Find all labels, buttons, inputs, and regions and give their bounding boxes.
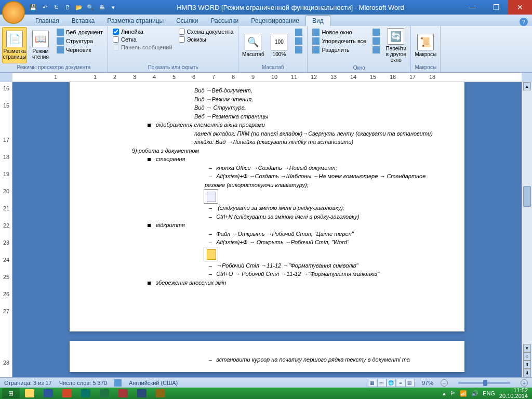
undo-icon[interactable]: ↶ bbox=[39, 2, 50, 12]
excel-icon bbox=[100, 389, 109, 397]
tab-layout[interactable]: Разметка страницы bbox=[101, 16, 170, 26]
zoom-out-button[interactable]: − bbox=[441, 379, 448, 387]
draft-button[interactable]: Черновик bbox=[55, 46, 104, 54]
zoom-in-button[interactable]: + bbox=[521, 379, 528, 387]
reading-mode-button[interactable]: 📖 Режим чтения bbox=[28, 27, 53, 63]
window-controls: — ❐ ✕ bbox=[460, 0, 532, 15]
taskbar-powerpoint[interactable] bbox=[58, 388, 76, 398]
new-icon[interactable]: 🗋 bbox=[62, 2, 73, 12]
prev-page-icon[interactable]: ⬆ bbox=[523, 361, 531, 369]
tray-up-icon[interactable]: ▴ bbox=[443, 390, 446, 397]
status-page[interactable]: Страница: 3 из 17 bbox=[4, 380, 52, 386]
status-words[interactable]: Число слов: 5 370 bbox=[59, 380, 107, 386]
scroll-thumb[interactable] bbox=[523, 186, 531, 207]
view-web-icon[interactable]: 🌐 bbox=[387, 379, 396, 387]
one-page-button[interactable] bbox=[294, 28, 304, 36]
office-button[interactable] bbox=[2, 1, 25, 24]
close-button[interactable]: ✕ bbox=[508, 0, 532, 15]
docmap-checkbox[interactable]: Схема документа bbox=[177, 28, 235, 35]
tab-review[interactable]: Рецензирование bbox=[245, 16, 305, 26]
tab-insert[interactable]: Вставка bbox=[65, 16, 101, 26]
taskbar-kmp[interactable] bbox=[133, 388, 151, 398]
taskbar-explorer[interactable] bbox=[21, 388, 38, 398]
doc-text: відкриття bbox=[148, 221, 433, 230]
status-language[interactable]: Английский (США) bbox=[129, 380, 178, 386]
maximize-button[interactable]: ❐ bbox=[484, 0, 508, 15]
outline-icon bbox=[57, 37, 64, 45]
window-title: НМПЗ WORD [Режим ограниченной функционал… bbox=[121, 4, 460, 11]
tab-mailings[interactable]: Рассылки bbox=[204, 16, 245, 26]
taskbar-app[interactable] bbox=[152, 388, 169, 398]
horizontal-ruler[interactable]: 1123456789101112131415161718 bbox=[12, 73, 522, 82]
powerpoint-icon bbox=[62, 389, 72, 397]
print-layout-button[interactable]: 📄 Разметка страницы bbox=[2, 27, 27, 63]
doc-text: –кнопка Office →Создать →Новый документ; bbox=[205, 164, 433, 172]
tray-lang[interactable]: ENG bbox=[483, 390, 495, 396]
split-button[interactable]: Разделить bbox=[311, 46, 368, 54]
doc-text: –Alt(зліва)+Ф → Открыть →Робочий Стіл, "… bbox=[205, 238, 433, 247]
tab-home[interactable]: Главная bbox=[29, 16, 65, 26]
reset-icon bbox=[373, 46, 380, 54]
vertical-ruler[interactable]: 1615171819202122232425262728 bbox=[0, 82, 12, 377]
ruler-checkbox[interactable]: Линейка bbox=[111, 28, 174, 35]
taskbar-word[interactable] bbox=[39, 388, 57, 398]
minimize-button[interactable]: — bbox=[460, 0, 484, 15]
web-layout-button[interactable]: Веб-документ bbox=[55, 28, 104, 36]
tab-view[interactable]: Вид bbox=[305, 15, 330, 26]
new-window-button[interactable]: Новое окно bbox=[311, 28, 368, 36]
scroll-up-icon[interactable]: ▴ bbox=[523, 82, 531, 90]
taskbar-publisher[interactable] bbox=[77, 388, 95, 398]
tab-references[interactable]: Ссылки bbox=[170, 16, 204, 26]
arrange-all-button[interactable]: Упорядочить все bbox=[311, 37, 368, 45]
zoom-level[interactable]: 97% bbox=[422, 380, 433, 386]
document-page-next[interactable]: –встановити курсор на початку першого ря… bbox=[70, 341, 464, 372]
page-width-button[interactable] bbox=[294, 46, 304, 54]
sync-scroll-button[interactable] bbox=[371, 37, 381, 45]
zoom-100-button[interactable]: 100 100% bbox=[267, 27, 291, 63]
page-container[interactable]: Вид →Веб-документ, Вид →Режим чтения, Ви… bbox=[12, 82, 522, 377]
doc-text: Вид → Структура, bbox=[194, 103, 433, 112]
zoom-100-icon: 100 bbox=[271, 34, 287, 50]
help-icon[interactable]: ? bbox=[520, 18, 528, 26]
qat-dropdown-icon[interactable]: ▾ bbox=[108, 2, 118, 12]
group-show-hide: Линейка Сетка Панель сообщений Схема док… bbox=[108, 26, 238, 72]
tray-flag-icon[interactable]: 🏳 bbox=[450, 390, 456, 396]
messagebar-checkbox[interactable]: Панель сообщений bbox=[111, 44, 174, 51]
next-page-icon[interactable]: ⬇ bbox=[523, 369, 531, 377]
taskbar-excel[interactable] bbox=[96, 388, 113, 398]
save-icon[interactable]: 💾 bbox=[28, 2, 38, 12]
open-icon[interactable]: 📂 bbox=[74, 2, 84, 12]
zoom-button[interactable]: 🔍 Масштаб bbox=[241, 27, 265, 63]
view-draft-icon[interactable]: ▤ bbox=[405, 379, 415, 387]
tray-sound-icon[interactable]: 🔊 bbox=[471, 390, 478, 397]
thumbnails-checkbox[interactable]: Эскизы bbox=[177, 36, 235, 43]
zoom-slider[interactable] bbox=[458, 382, 510, 384]
vertical-scrollbar[interactable]: ▴ ▾ ○ ⬆ ⬇ bbox=[522, 82, 532, 377]
macros-icon: 📜 bbox=[417, 34, 434, 50]
proofing-icon[interactable] bbox=[114, 379, 122, 387]
tray-date[interactable]: 20.10.2014 bbox=[499, 393, 528, 399]
switch-windows-button[interactable]: 🔄 Перейти в другое окно bbox=[383, 27, 408, 64]
view-reading-icon[interactable]: ▭ bbox=[377, 379, 387, 387]
two-pages-button[interactable] bbox=[294, 37, 304, 45]
one-page-icon bbox=[295, 29, 302, 36]
view-outline-icon[interactable]: ≡ bbox=[396, 379, 405, 387]
zoom-slider-handle[interactable] bbox=[483, 380, 487, 386]
start-button[interactable]: ⊞ bbox=[2, 388, 20, 398]
zoom-icon: 🔍 bbox=[245, 34, 261, 50]
group-zoom: 🔍 Масштаб 100 100% Масштаб bbox=[238, 26, 308, 72]
gridlines-checkbox[interactable]: Сетка bbox=[111, 36, 174, 43]
browse-object-icon[interactable]: ○ bbox=[523, 352, 531, 361]
outline-button[interactable]: Структура bbox=[55, 37, 104, 45]
view-print-icon[interactable]: ▦ bbox=[368, 379, 377, 387]
macros-button[interactable]: 📜 Макросы bbox=[413, 27, 438, 63]
scroll-down-icon[interactable]: ▾ bbox=[523, 344, 531, 352]
taskbar-access[interactable] bbox=[114, 388, 132, 398]
document-page[interactable]: Вид →Веб-документ, Вид →Режим чтения, Ви… bbox=[70, 82, 464, 331]
print-icon[interactable]: 🖶 bbox=[97, 2, 107, 12]
reset-pos-button[interactable] bbox=[371, 46, 381, 54]
tray-net-icon[interactable]: 📶 bbox=[460, 390, 467, 397]
redo-icon[interactable]: ↻ bbox=[51, 2, 61, 12]
preview-icon[interactable]: 🔍 bbox=[85, 2, 96, 12]
side-by-side-button[interactable] bbox=[371, 28, 381, 36]
